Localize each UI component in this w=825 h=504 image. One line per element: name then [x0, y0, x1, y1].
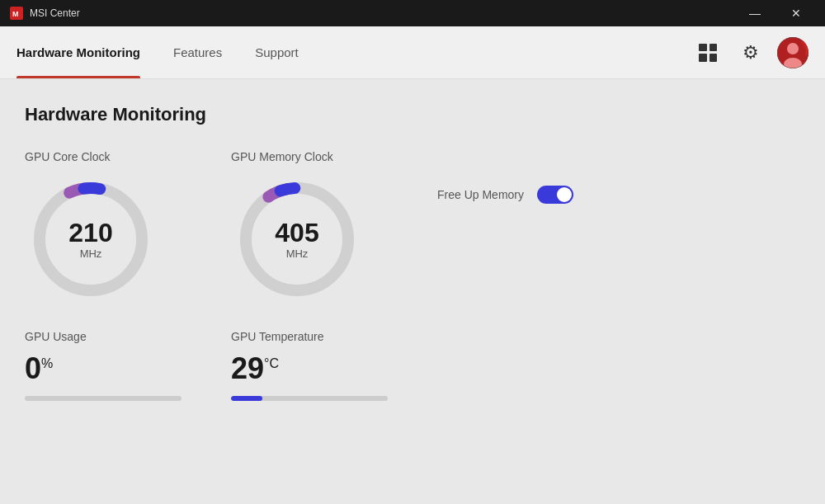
- toggle-knob: [557, 187, 572, 202]
- grid-icon: [699, 44, 717, 62]
- grid-view-button[interactable]: [691, 36, 724, 69]
- gpu-temperature-bar-fill: [231, 396, 262, 401]
- gpu-core-clock-unit: MHz: [68, 247, 112, 260]
- free-memory-section: Free Up Memory: [437, 150, 800, 305]
- settings-button[interactable]: ⚙: [734, 36, 767, 69]
- gpu-memory-clock-center: 405 MHz: [275, 219, 318, 260]
- title-bar-controls: — ✕: [736, 0, 815, 26]
- close-button[interactable]: ✕: [777, 0, 815, 26]
- nav-bar: Hardware Monitoring Features Support ⚙: [0, 26, 825, 79]
- main-content: Hardware Monitoring GPU Core Clock 210 M…: [0, 79, 825, 504]
- nav-actions: ⚙: [691, 36, 808, 69]
- gpu-core-clock-center: 210 MHz: [68, 219, 112, 260]
- gpu-usage-label: GPU Usage: [25, 330, 206, 343]
- gpu-usage-card: GPU Usage 0%: [25, 330, 206, 401]
- title-bar: M MSI Center — ✕: [0, 0, 825, 26]
- gpu-temperature-label: GPU Temperature: [231, 330, 412, 343]
- free-memory-toggle[interactable]: [537, 186, 573, 204]
- nav-tabs: Hardware Monitoring Features Support: [16, 26, 315, 78]
- tab-features[interactable]: Features: [157, 26, 238, 78]
- gpu-core-clock-value: 210: [68, 219, 112, 246]
- gpu-temperature-card: GPU Temperature 29°C: [231, 330, 412, 401]
- gpu-core-clock-card: GPU Core Clock 210 MHz: [25, 150, 206, 305]
- free-memory-label: Free Up Memory: [437, 188, 524, 201]
- svg-point-3: [787, 43, 799, 54]
- gpu-temperature-value: 29°C: [231, 351, 412, 386]
- svg-text:M: M: [12, 10, 19, 18]
- tab-hardware-monitoring[interactable]: Hardware Monitoring: [16, 26, 157, 78]
- gpu-core-clock-donut: 210 MHz: [25, 173, 157, 305]
- gpu-core-clock-label: GPU Core Clock: [25, 150, 206, 163]
- gpu-memory-clock-card: GPU Memory Clock 405 MHz: [231, 150, 412, 305]
- gpu-usage-value: 0%: [25, 351, 206, 386]
- bottom-metrics-row: GPU Usage 0% GPU Temperature 29°C: [25, 330, 800, 401]
- gpu-temperature-bar-bg: [231, 396, 388, 401]
- avatar[interactable]: [777, 37, 808, 68]
- gpu-memory-clock-label: GPU Memory Clock: [231, 150, 412, 163]
- gear-icon: ⚙: [742, 42, 759, 64]
- gpu-memory-clock-value: 405: [275, 219, 318, 246]
- tab-support[interactable]: Support: [238, 26, 315, 78]
- page-title: Hardware Monitoring: [25, 104, 800, 125]
- gpu-usage-bar-bg: [25, 396, 182, 401]
- gpu-memory-clock-unit: MHz: [275, 247, 318, 260]
- top-metrics-row: GPU Core Clock 210 MHz GPU Memory Clock: [25, 150, 800, 305]
- minimize-button[interactable]: —: [736, 0, 774, 26]
- title-bar-text: MSI Center: [30, 7, 80, 19]
- app-icon: M: [10, 7, 23, 20]
- gpu-memory-clock-donut: 405 MHz: [231, 173, 363, 305]
- title-bar-left: M MSI Center: [10, 7, 80, 20]
